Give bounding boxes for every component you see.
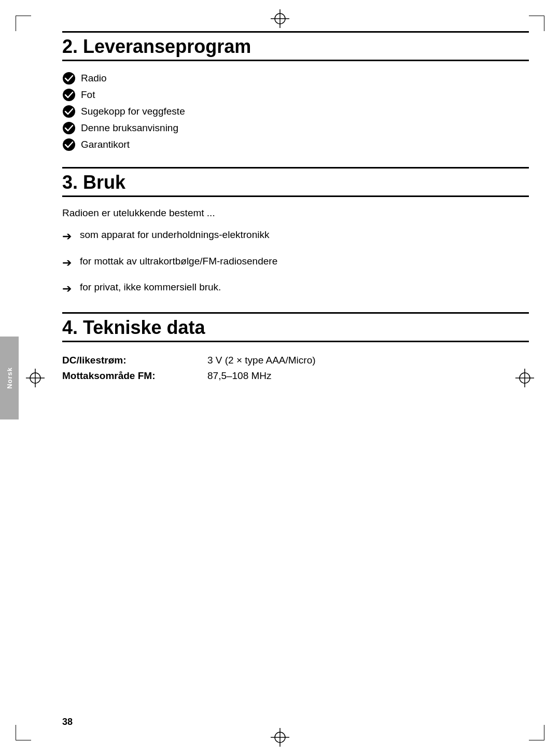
list-item-fot-label: Fot: [81, 89, 95, 101]
fm-value: 87,5–108 MHz: [207, 368, 529, 384]
arrow-item-2-label: for mottak av ultrakortbølge/FM-radiosen…: [80, 256, 277, 267]
list-item-radio: Radio: [62, 72, 529, 85]
section-3: 3. Bruk Radioen er utelukkende bestemt .…: [62, 167, 529, 297]
arrow-icon-2: ➔: [62, 256, 72, 271]
main-content: 2. Leveranseprogram Radio Fot: [62, 31, 529, 725]
crosshair-bottom: [271, 728, 289, 747]
section-4-heading: 4. Tekniske data: [62, 312, 529, 342]
crosshair-top: [271, 9, 289, 28]
side-tab-label: Norsk: [6, 367, 13, 389]
check-icon-sugekopp: [62, 105, 76, 118]
svg-point-16: [63, 138, 75, 151]
section-3-list: ➔ som apparat for underholdnings-elektro…: [62, 229, 529, 297]
corner-mark-bottom-left: [16, 725, 31, 740]
list-item-sugekopp: Sugekopp for veggfeste: [62, 105, 529, 118]
arrow-item-1-label: som apparat for underholdnings-elektroni…: [80, 229, 269, 241]
dc-value: 3 V (2 × type AAA/Micro): [207, 353, 529, 368]
list-item-sugekopp-label: Sugekopp for veggfeste: [81, 106, 185, 117]
list-item-denne: Denne bruksanvisning: [62, 121, 529, 135]
svg-point-13: [63, 89, 75, 101]
arrow-item-2: ➔ for mottak av ultrakortbølge/FM-radios…: [62, 256, 529, 271]
page-number: 38: [62, 717, 73, 727]
svg-point-15: [63, 122, 75, 134]
dc-label: DC/likestrøm:: [62, 353, 207, 368]
section-2-title: 2. Leveranseprogram: [62, 36, 529, 58]
check-icon-fot: [62, 88, 76, 102]
corner-mark-bottom-right: [529, 725, 544, 740]
check-icon-garantikort: [62, 138, 76, 151]
check-icon-denne: [62, 121, 76, 135]
section-3-heading: 3. Bruk: [62, 167, 529, 197]
arrow-icon-1: ➔: [62, 229, 72, 244]
arrow-icon-3: ➔: [62, 282, 72, 297]
section-3-intro: Radioen er utelukkende bestemt ...: [62, 207, 529, 219]
arrow-item-1: ➔ som apparat for underholdnings-elektro…: [62, 229, 529, 244]
list-item-garantikort: Garantikort: [62, 138, 529, 151]
section-2-list: Radio Fot Sugekopp for veggfeste: [62, 72, 529, 151]
arrow-item-3-label: for privat, ikke kommersiell bruk.: [80, 282, 221, 293]
section-4-title: 4. Tekniske data: [62, 317, 529, 339]
section-3-title: 3. Bruk: [62, 172, 529, 193]
crosshair-left: [26, 369, 45, 387]
section-2-heading: 2. Leveranseprogram: [62, 31, 529, 61]
arrow-item-3: ➔ for privat, ikke kommersiell bruk.: [62, 282, 529, 297]
check-icon-radio: [62, 72, 76, 85]
svg-point-14: [63, 105, 75, 118]
fm-label: Mottaksområde FM:: [62, 368, 207, 384]
list-item-radio-label: Radio: [81, 73, 107, 84]
list-item-fot: Fot: [62, 88, 529, 102]
table-row-fm: Mottaksområde FM: 87,5–108 MHz: [62, 368, 529, 384]
tech-data-table: DC/likestrøm: 3 V (2 × type AAA/Micro) M…: [62, 353, 529, 384]
corner-mark-top-left: [16, 16, 31, 31]
section-2: 2. Leveranseprogram Radio Fot: [62, 31, 529, 151]
svg-point-12: [63, 72, 75, 85]
list-item-denne-label: Denne bruksanvisning: [81, 122, 178, 134]
list-item-garantikort-label: Garantikort: [81, 139, 130, 150]
table-row-dc: DC/likestrøm: 3 V (2 × type AAA/Micro): [62, 353, 529, 368]
side-tab: Norsk: [0, 337, 19, 419]
corner-mark-top-right: [529, 16, 544, 31]
page: Norsk 2. Leveranseprogram Radio: [0, 0, 560, 756]
section-4: 4. Tekniske data DC/likestrøm: 3 V (2 × …: [62, 312, 529, 384]
